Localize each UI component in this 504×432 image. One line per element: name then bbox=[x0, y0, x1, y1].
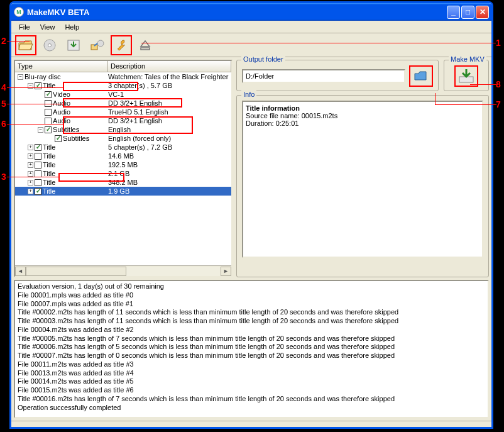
scroll-thumb[interactable] bbox=[26, 267, 126, 276]
tree-row[interactable]: AudioTrueHD 5.1 English bbox=[15, 108, 231, 116]
tree-row[interactable]: +Title192.5 MB bbox=[15, 160, 231, 169]
annotation-1: 1 bbox=[496, 38, 501, 48]
tree-expander[interactable]: + bbox=[28, 180, 33, 186]
output-folder-group: Output folder bbox=[236, 60, 439, 91]
tree-checkbox[interactable] bbox=[45, 100, 52, 107]
annotation-2: 2 bbox=[1, 36, 6, 46]
tree-desc-label: 2.1 GB bbox=[108, 170, 231, 177]
folder-open-icon bbox=[18, 38, 34, 52]
tree-expander[interactable]: − bbox=[18, 74, 23, 80]
menu-file[interactable]: File bbox=[14, 22, 35, 32]
info-duration: Duration: 0:25:01 bbox=[246, 119, 479, 127]
tree-expander[interactable]: + bbox=[28, 162, 33, 168]
annotation-3: 3 bbox=[1, 172, 6, 182]
column-description[interactable]: Description bbox=[108, 61, 231, 72]
ann-line-1 bbox=[141, 43, 496, 43]
open-disc-button[interactable] bbox=[39, 35, 60, 55]
svg-point-1 bbox=[48, 43, 52, 47]
close-button[interactable]: ✕ bbox=[476, 6, 489, 19]
output-folder-input[interactable] bbox=[242, 69, 405, 83]
tree-checkbox[interactable] bbox=[35, 153, 41, 160]
tree-row[interactable]: −Blu-ray discWatchmen: Tales of the Blac… bbox=[15, 72, 231, 81]
tree-checkbox[interactable]: ✓ bbox=[35, 144, 41, 151]
browse-folder-button[interactable] bbox=[409, 65, 433, 87]
ann-line-5 bbox=[7, 104, 64, 104]
tree-headers: Type Description bbox=[15, 61, 231, 72]
ann-line-6 bbox=[7, 124, 64, 125]
tree-type-label: Title bbox=[43, 161, 55, 169]
tree-checkbox[interactable]: ✓ bbox=[45, 91, 52, 98]
tree-checkbox[interactable] bbox=[45, 118, 52, 125]
right-column: Output folder Make MKV Info bbox=[236, 60, 489, 277]
tree-desc-label: VC-1 bbox=[108, 91, 231, 98]
tree-expander[interactable]: + bbox=[28, 153, 33, 159]
horizontal-scrollbar[interactable]: ◄ ► bbox=[15, 265, 231, 276]
tree-expander[interactable]: + bbox=[28, 171, 33, 177]
make-mkv-icon bbox=[457, 68, 475, 84]
tree-checkbox[interactable]: ✓ bbox=[35, 188, 41, 195]
tree-desc-label: 14.6 MB bbox=[108, 152, 231, 160]
tree-row[interactable]: ✓VideoVC-1 bbox=[15, 90, 231, 99]
tree-desc-label: 1.9 GB bbox=[108, 187, 231, 195]
disc-icon bbox=[41, 38, 58, 52]
make-mkv-button[interactable] bbox=[454, 65, 478, 87]
scroll-left-button[interactable]: ◄ bbox=[15, 267, 26, 276]
ann-line-4 bbox=[7, 87, 64, 88]
tree-checkbox[interactable]: ✓ bbox=[45, 126, 52, 133]
redbox-subs bbox=[63, 116, 193, 134]
info-legend: Info bbox=[241, 91, 256, 98]
tree-checkbox[interactable] bbox=[35, 179, 41, 186]
tree-desc-label: English (forced only) bbox=[108, 135, 231, 142]
tree-desc-label: 348.2 MB bbox=[108, 179, 231, 186]
log-line: Title #00006.m2ts has length of 5 second… bbox=[18, 343, 485, 352]
info-content: Title information Source file name: 0001… bbox=[242, 101, 483, 258]
statusbar bbox=[11, 421, 491, 429]
titlebar[interactable]: M MakeMKV BETA _ □ ✕ bbox=[11, 3, 491, 21]
tree-type-label: Video bbox=[53, 91, 70, 98]
tree-type-label: Audio bbox=[53, 108, 70, 116]
log-line: File 00015.m2ts was added as title #6 bbox=[18, 386, 485, 395]
annotation-5: 5 bbox=[1, 99, 6, 109]
log-panel[interactable]: Evaluation version, 1 day(s) out of 30 r… bbox=[14, 280, 489, 418]
maximize-button[interactable]: □ bbox=[461, 6, 474, 19]
tree-expander[interactable]: + bbox=[28, 189, 33, 194]
backup-button[interactable] bbox=[87, 35, 108, 55]
tree-row[interactable]: +✓Title5 chapter(s) , 7.2 GB bbox=[15, 143, 231, 152]
tree-row[interactable]: ✓SubtitlesEnglish (forced only) bbox=[15, 134, 231, 143]
ann-line-2 bbox=[7, 41, 30, 42]
menu-help[interactable]: Help bbox=[60, 22, 84, 32]
tree-checkbox[interactable] bbox=[45, 109, 52, 116]
menu-view[interactable]: View bbox=[35, 22, 60, 32]
scroll-track[interactable] bbox=[26, 267, 221, 276]
tree-row[interactable]: +Title14.6 MB bbox=[15, 152, 231, 160]
tree-row[interactable]: +✓Title1.9 GB bbox=[15, 187, 231, 196]
app-icon: M bbox=[14, 7, 24, 17]
tree-checkbox[interactable]: ✓ bbox=[55, 135, 62, 142]
tree-expander[interactable]: − bbox=[38, 127, 43, 133]
log-line: Title #00016.m2ts has length of 7 second… bbox=[18, 395, 485, 404]
log-line: Evaluation version, 1 day(s) out of 30 r… bbox=[18, 282, 485, 291]
open-file-button[interactable] bbox=[15, 35, 36, 55]
tree-type-label: Title bbox=[43, 143, 55, 151]
output-folder-legend: Output folder bbox=[241, 55, 285, 63]
minimize-button[interactable]: _ bbox=[447, 6, 460, 19]
log-line: Title #00005.m2ts has length of 7 second… bbox=[18, 335, 485, 343]
log-line: File 00001.mpls was added as title #0 bbox=[18, 291, 485, 300]
log-line: File 00007.mpls was added as title #1 bbox=[18, 300, 485, 309]
wrench-icon bbox=[113, 38, 129, 52]
annotation-4: 4 bbox=[1, 82, 6, 92]
tree-type-label: Title bbox=[43, 152, 55, 160]
tree-desc-label: 5 chapter(s) , 7.2 GB bbox=[108, 143, 231, 151]
save-icon bbox=[65, 38, 82, 52]
menubar: File View Help bbox=[11, 21, 491, 33]
tree-checkbox[interactable] bbox=[35, 170, 41, 177]
eject-button[interactable] bbox=[134, 35, 156, 55]
tree-expander[interactable]: + bbox=[28, 145, 33, 150]
save-button[interactable] bbox=[63, 35, 84, 55]
column-type[interactable]: Type bbox=[15, 61, 108, 72]
preferences-button[interactable] bbox=[111, 35, 132, 55]
tree-desc-label: TrueHD 5.1 English bbox=[108, 108, 231, 116]
tree-checkbox[interactable] bbox=[35, 162, 41, 169]
scroll-right-button[interactable]: ► bbox=[221, 267, 231, 276]
ann-line-7h bbox=[435, 104, 496, 105]
